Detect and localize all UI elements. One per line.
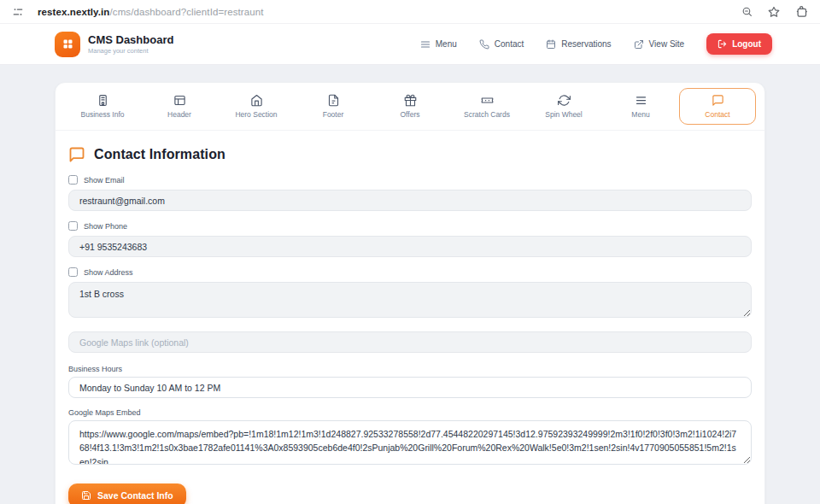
- bookmark-star-icon[interactable]: [768, 6, 780, 18]
- nav-item-view-site[interactable]: View Site: [634, 39, 685, 50]
- save-contact-button[interactable]: Save Contact Info: [68, 483, 186, 504]
- brand: CMS Dashboard Manage your content: [55, 32, 173, 57]
- ticket-icon: [481, 94, 494, 107]
- maps-link-field[interactable]: [68, 331, 752, 353]
- nav-item-contact[interactable]: Contact: [479, 39, 524, 50]
- tab-header[interactable]: Header: [141, 88, 218, 125]
- tab-contact[interactable]: Contact: [679, 88, 756, 125]
- chat-bubble-icon: [712, 94, 724, 107]
- show-phone-checkbox[interactable]: [68, 221, 78, 231]
- save-icon: [81, 490, 91, 501]
- header-nav: Menu Contact Reservations View Site Logo…: [420, 33, 772, 55]
- tab-scratch-cards[interactable]: Scratch Cards: [448, 88, 525, 125]
- toggles-icon[interactable]: [12, 6, 24, 18]
- external-link-icon: [634, 39, 644, 50]
- tab-business-info[interactable]: Business Info: [64, 88, 141, 125]
- show-email-checkbox-row[interactable]: Show Email: [68, 175, 752, 185]
- page-title: Contact Information: [94, 147, 226, 162]
- section-tabs: Business Info Header Hero Section Footer…: [56, 83, 764, 131]
- business-hours-field[interactable]: [68, 377, 752, 398]
- show-phone-checkbox-row[interactable]: Show Phone: [68, 221, 752, 231]
- logout-icon: [718, 39, 727, 49]
- section-heading: Contact Information: [68, 146, 752, 163]
- home-icon: [250, 94, 263, 107]
- nav-item-reservations[interactable]: Reservations: [546, 39, 611, 50]
- cms-logo-icon: [55, 32, 80, 57]
- page-body: Business Info Header Hero Section Footer…: [0, 65, 820, 504]
- url-text[interactable]: restex.nextly.in/cms/dashboard?clientId=…: [38, 7, 741, 17]
- dashboard-card: Business Info Header Hero Section Footer…: [55, 82, 765, 504]
- email-field[interactable]: [68, 190, 752, 211]
- extensions-icon[interactable]: [795, 5, 808, 18]
- building-icon: [97, 94, 109, 107]
- layout-icon: [173, 94, 186, 107]
- tab-footer[interactable]: Footer: [295, 88, 372, 125]
- show-address-checkbox-row[interactable]: Show Address: [68, 267, 752, 277]
- nav-item-menu[interactable]: Menu: [420, 39, 457, 50]
- browser-address-bar: restex.nextly.in/cms/dashboard?clientId=…: [0, 0, 820, 24]
- logout-button[interactable]: Logout: [706, 33, 772, 55]
- maps-embed-field[interactable]: https://www.google.com/maps/embed?pb=!1m…: [68, 420, 752, 465]
- business-hours-label: Business Hours: [68, 365, 752, 373]
- contact-form: Contact Information Show Email Show Phon…: [56, 131, 764, 504]
- tab-menu[interactable]: Menu: [602, 88, 679, 125]
- calendar-icon: [546, 39, 556, 50]
- address-field[interactable]: 1st B cross: [68, 282, 752, 318]
- phone-icon: [479, 39, 489, 50]
- url-path: /cms/dashboard?clientId=restraunt: [109, 7, 263, 17]
- file-icon: [327, 94, 340, 107]
- tab-hero-section[interactable]: Hero Section: [218, 88, 295, 125]
- search-icon[interactable]: [741, 6, 753, 17]
- app-title: CMS Dashboard: [88, 33, 173, 47]
- menu-lines-icon: [635, 94, 647, 107]
- app-header: CMS Dashboard Manage your content Menu C…: [0, 24, 820, 65]
- hamburger-icon: [420, 39, 430, 50]
- url-host: restex.nextly.in: [38, 7, 109, 17]
- tab-offers[interactable]: Offers: [372, 88, 448, 125]
- app-subtitle: Manage your content: [88, 47, 173, 55]
- phone-field[interactable]: [68, 236, 752, 257]
- show-address-checkbox[interactable]: [68, 267, 78, 277]
- maps-embed-label: Google Maps Embed: [68, 408, 752, 417]
- tab-spin-wheel[interactable]: Spin Wheel: [525, 88, 602, 125]
- gift-icon: [404, 94, 417, 107]
- chat-bubble-icon: [68, 146, 85, 163]
- refresh-icon: [558, 94, 571, 107]
- show-email-checkbox[interactable]: [68, 175, 78, 185]
